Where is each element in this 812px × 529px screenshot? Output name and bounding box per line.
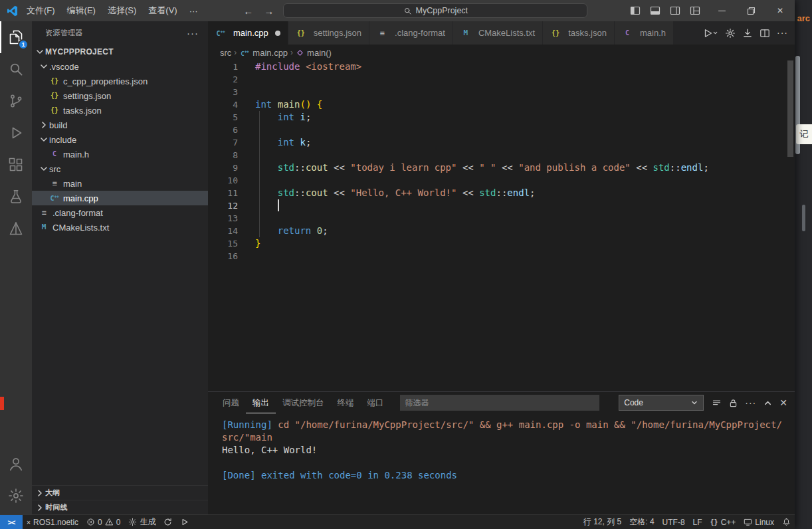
output-actions-button[interactable] <box>712 398 722 408</box>
tree-item-c-cpp-properties-json[interactable]: {}c_cpp_properties.json <box>32 74 208 88</box>
tree-item-cmakelists-txt[interactable]: MCMakeLists.txt <box>32 220 208 235</box>
activity-item-testing[interactable] <box>0 181 32 213</box>
sidebar-section-outline[interactable]: 大纲 <box>32 485 208 500</box>
tab-cmakelists-txt[interactable]: MCMakeLists.txt <box>453 21 543 45</box>
line-number[interactable]: 3 <box>208 86 238 98</box>
code-line-15[interactable]: 15} <box>208 237 795 250</box>
code-line-4[interactable]: 4int main() { <box>208 98 795 111</box>
line-number[interactable]: 9 <box>208 161 238 174</box>
activity-item-cmake-tools[interactable] <box>0 213 32 245</box>
restore-button[interactable] <box>736 0 765 21</box>
settings-gear-button[interactable] <box>724 21 737 45</box>
line-number[interactable]: 14 <box>208 225 238 237</box>
panel-tab-problems[interactable]: 问题 <box>216 392 246 413</box>
menu-item-view[interactable]: 查看(V) <box>142 3 183 19</box>
code-line-13[interactable]: 13 <box>208 212 795 225</box>
remote-indicator[interactable]: >< <box>0 515 23 529</box>
breadcrumb-main-cpp[interactable]: C++main.cpp <box>239 47 288 59</box>
tab-settings-json[interactable]: {}settings.json <box>288 21 369 45</box>
more-actions-button[interactable]: ··· <box>775 21 789 45</box>
code-line-7[interactable]: 7 int k; <box>208 136 795 149</box>
toggle-primary-sidebar-button[interactable] <box>626 2 645 19</box>
line-number[interactable]: 7 <box>208 136 238 149</box>
minimize-button[interactable] <box>707 0 736 21</box>
status-notifications[interactable] <box>778 515 795 529</box>
toggle-panel-button[interactable] <box>646 2 664 19</box>
code-line-2[interactable]: 2 <box>208 73 795 86</box>
close-panel-button[interactable]: ✕ <box>779 398 788 408</box>
tab-main-cpp[interactable]: C++main.cpp <box>208 21 288 45</box>
toggle-secondary-sidebar-button[interactable] <box>666 2 684 19</box>
editor-scrollbar-thumb[interactable] <box>787 60 793 157</box>
activity-item-run-debug[interactable] <box>0 117 32 149</box>
menu-item-edit[interactable]: 编辑(E) <box>61 3 102 19</box>
line-number[interactable]: 5 <box>208 111 238 124</box>
menu-item-selection[interactable]: 选择(S) <box>102 3 142 19</box>
code-line-3[interactable]: 3 <box>208 86 795 98</box>
activity-item-search[interactable] <box>0 53 32 85</box>
project-root-folder[interactable]: MYCPPPROJECT <box>32 45 208 59</box>
status-cmake-refresh[interactable] <box>159 515 176 529</box>
tab-main-h[interactable]: Cmain.h <box>615 21 674 45</box>
tree-item-main[interactable]: ≡main <box>32 176 208 191</box>
explorer-more-actions-button[interactable]: ··· <box>187 27 199 39</box>
code-editor[interactable]: 1#include <iostream>234int main() {5 int… <box>208 60 795 391</box>
output-filter-input[interactable] <box>400 395 599 411</box>
tree-item-vscode[interactable]: .vscode <box>32 59 208 74</box>
status-problems-counts[interactable]: 00 <box>82 515 124 529</box>
panel-tab-terminal[interactable]: 终端 <box>331 392 361 413</box>
line-number[interactable]: 13 <box>208 212 238 225</box>
line-number[interactable]: 8 <box>208 149 238 161</box>
panel-tab-ports[interactable]: 端口 <box>361 392 391 413</box>
code-line-9[interactable]: 9 std::cout << "today i learn cpp" << " … <box>208 161 795 174</box>
tree-item-build[interactable]: build <box>32 118 208 132</box>
install-button[interactable] <box>741 21 754 45</box>
run-code-button[interactable] <box>701 21 720 45</box>
status-language-mode[interactable]: {}C++ <box>706 515 740 529</box>
line-number[interactable]: 16 <box>208 250 238 263</box>
navigate-back-button[interactable]: ← <box>242 5 254 17</box>
code-line-14[interactable]: 14 return 0; <box>208 225 795 237</box>
activity-item-extensions[interactable] <box>0 149 32 181</box>
menu-item-file[interactable]: 文件(F) <box>21 3 61 19</box>
status-cmake-build[interactable]: 生成 <box>124 515 159 529</box>
customize-layout-button[interactable] <box>686 2 704 19</box>
more-actions-button[interactable]: ··· <box>745 398 756 408</box>
code-line-10[interactable]: 10 <box>208 174 795 187</box>
breadcrumb-main-symbol[interactable]: main() <box>296 48 332 58</box>
activity-item-settings[interactable] <box>0 480 32 512</box>
sidebar-section-timeline[interactable]: 时间线 <box>32 500 208 514</box>
line-number[interactable]: 6 <box>208 124 238 136</box>
line-number[interactable]: 1 <box>208 60 238 73</box>
status-indentation[interactable]: 空格: 4 <box>625 515 658 529</box>
tab-tasks-json[interactable]: {}tasks.json <box>543 21 615 45</box>
activity-item-explorer[interactable]: 1 <box>0 21 32 53</box>
code-line-5[interactable]: 5 int i; <box>208 111 795 124</box>
command-center-search[interactable]: MyCppProject <box>283 3 587 18</box>
close-button[interactable]: ✕ <box>765 0 795 21</box>
tree-item-main-h[interactable]: Cmain.h <box>32 147 208 161</box>
status-encoding[interactable]: UTF-8 <box>659 515 689 529</box>
tree-item-src[interactable]: src <box>32 161 208 176</box>
tab-clang-format[interactable]: ≡.clang-format <box>369 21 453 45</box>
line-number[interactable]: 4 <box>208 98 238 111</box>
panel-tab-debug-console[interactable]: 调试控制台 <box>276 392 331 413</box>
line-number[interactable]: 15 <box>208 237 238 250</box>
navigate-forward-button[interactable]: → <box>262 5 275 17</box>
activity-item-source-control[interactable] <box>0 85 32 117</box>
status-cursor-position[interactable]: 行 12, 列 5 <box>579 515 625 529</box>
status-eol[interactable]: LF <box>689 515 706 529</box>
tree-item-clang-format[interactable]: ≡.clang-format <box>32 205 208 220</box>
status-remote-os[interactable]: Linux <box>740 515 778 529</box>
code-line-12[interactable]: 12 <box>208 199 795 212</box>
code-line-1[interactable]: 1#include <iostream> <box>208 60 795 73</box>
breadcrumb-src[interactable]: src <box>220 48 231 58</box>
output-channel-select[interactable]: Code <box>619 395 704 411</box>
tree-item-settings-json[interactable]: {}settings.json <box>32 88 208 103</box>
tree-item-tasks-json[interactable]: {}tasks.json <box>32 103 208 118</box>
output-console[interactable]: [Running] cd "/home/furina/MyCppProject/… <box>208 413 795 514</box>
line-number[interactable]: 12 <box>208 199 238 212</box>
code-line-6[interactable]: 6 <box>208 124 795 136</box>
status-ros-status[interactable]: ✕ROS1.noetic <box>23 515 82 529</box>
tree-item-include[interactable]: include <box>32 132 208 147</box>
